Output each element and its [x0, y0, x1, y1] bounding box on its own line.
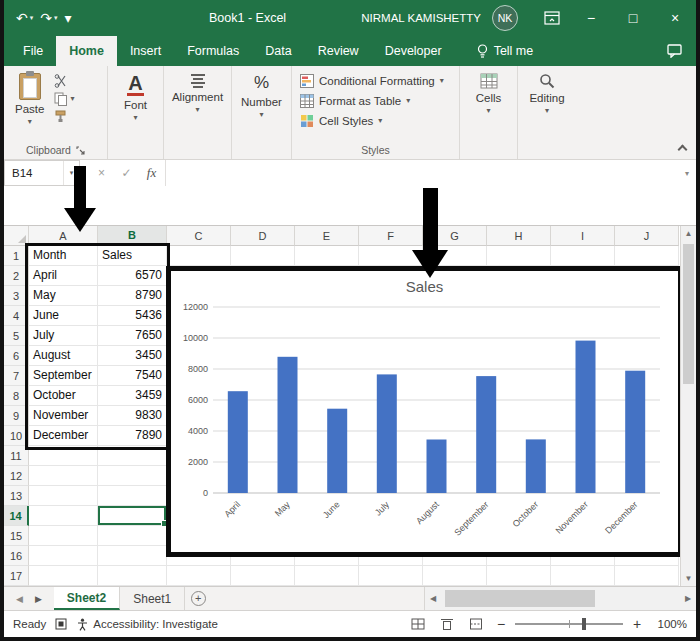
- column-header-E[interactable]: E: [295, 226, 359, 246]
- cell-B11[interactable]: [98, 446, 167, 466]
- dialog-launcher-icon[interactable]: [76, 146, 85, 155]
- cell-I17[interactable]: [551, 566, 615, 586]
- accessibility-status[interactable]: Accessibility: Investigate: [76, 618, 218, 631]
- column-header-H[interactable]: H: [487, 226, 551, 246]
- cell-A2[interactable]: April: [29, 266, 98, 286]
- cell-B5[interactable]: 7650: [98, 326, 167, 346]
- tab-data[interactable]: Data: [252, 36, 304, 66]
- collapse-ribbon-icon[interactable]: [678, 145, 688, 155]
- scroll-down-icon[interactable]: ▼: [685, 574, 693, 583]
- cell-B14[interactable]: [98, 506, 167, 526]
- new-sheet-button[interactable]: +: [185, 587, 211, 610]
- horizontal-scroll-track[interactable]: [441, 587, 680, 610]
- zoom-level[interactable]: 100%: [651, 618, 687, 630]
- cell-D17[interactable]: [231, 566, 295, 586]
- row-header-10[interactable]: 10: [4, 426, 29, 446]
- vertical-scroll-thumb[interactable]: [683, 244, 694, 384]
- cell-A9[interactable]: November: [29, 406, 98, 426]
- cell-B8[interactable]: 3459: [98, 386, 167, 406]
- scroll-up-icon[interactable]: ▲: [685, 229, 693, 238]
- row-header-9[interactable]: 9: [4, 406, 29, 426]
- row-header-8[interactable]: 8: [4, 386, 29, 406]
- zoom-thumb[interactable]: [582, 618, 586, 630]
- scroll-left-icon[interactable]: ◀: [425, 587, 441, 610]
- cell-B4[interactable]: 5436: [98, 306, 167, 326]
- column-header-C[interactable]: C: [167, 226, 231, 246]
- row-header-5[interactable]: 5: [4, 326, 29, 346]
- cell-A6[interactable]: August: [29, 346, 98, 366]
- vertical-scrollbar[interactable]: ▲ ▼: [680, 226, 696, 586]
- cell-D1[interactable]: [231, 246, 295, 266]
- sales-chart-frame[interactable]: Sales 020004000600080001000012000AprilMa…: [166, 266, 683, 557]
- select-all-corner[interactable]: [4, 226, 29, 246]
- prev-sheet-icon[interactable]: ◀: [16, 594, 23, 604]
- enter-icon[interactable]: ✓: [115, 166, 138, 180]
- zoom-out-button[interactable]: −: [494, 616, 508, 632]
- tab-developer[interactable]: Developer: [372, 36, 455, 66]
- cell-B17[interactable]: [98, 566, 167, 586]
- cell-A17[interactable]: [29, 566, 98, 586]
- zoom-in-button[interactable]: +: [630, 616, 644, 632]
- column-header-I[interactable]: I: [551, 226, 615, 246]
- cell-A4[interactable]: June: [29, 306, 98, 326]
- avatar[interactable]: NK: [492, 5, 518, 31]
- cell-I1[interactable]: [551, 246, 615, 266]
- horizontal-scroll-thumb[interactable]: [445, 590, 595, 607]
- row-header-14[interactable]: 14: [4, 506, 29, 526]
- cell-B7[interactable]: 7540: [98, 366, 167, 386]
- cell-A15[interactable]: [29, 526, 98, 546]
- ribbon-display-options-button[interactable]: [534, 0, 570, 36]
- cell-B15[interactable]: [98, 526, 167, 546]
- formula-input[interactable]: [165, 160, 678, 186]
- cell-E1[interactable]: [295, 246, 359, 266]
- cell-C1[interactable]: [167, 246, 231, 266]
- chart-bar[interactable]: [377, 374, 397, 493]
- cell-F17[interactable]: [359, 566, 423, 586]
- row-header-4[interactable]: 4: [4, 306, 29, 326]
- row-header-15[interactable]: 15: [4, 526, 29, 546]
- next-sheet-icon[interactable]: ▶: [35, 594, 42, 604]
- sheet-tab-sheet2[interactable]: Sheet2: [54, 587, 120, 610]
- row-header-17[interactable]: 17: [4, 566, 29, 586]
- cell-A10[interactable]: December: [29, 426, 98, 446]
- cell-C17[interactable]: [167, 566, 231, 586]
- font-button[interactable]: A Font ▾: [111, 68, 160, 122]
- tell-me-button[interactable]: Tell me: [465, 36, 546, 66]
- page-break-view-button[interactable]: [465, 614, 487, 634]
- chart-bar[interactable]: [327, 409, 347, 493]
- cell-B2[interactable]: 6570: [98, 266, 167, 286]
- sheet-tab-sheet1[interactable]: Sheet1: [120, 587, 185, 610]
- cell-B13[interactable]: [98, 486, 167, 506]
- cell-A1[interactable]: Month: [29, 246, 98, 266]
- cell-B1[interactable]: Sales: [98, 246, 167, 266]
- chart-bar[interactable]: [278, 357, 298, 493]
- cell-H1[interactable]: [487, 246, 551, 266]
- row-header-16[interactable]: 16: [4, 546, 29, 566]
- zoom-slider[interactable]: [515, 614, 623, 634]
- tab-formulas[interactable]: Formulas: [174, 36, 252, 66]
- cell-H17[interactable]: [487, 566, 551, 586]
- redo-button[interactable]: ↷▾: [38, 9, 59, 27]
- paste-button[interactable]: Paste ▾: [7, 68, 52, 126]
- minimize-button[interactable]: −: [570, 0, 612, 36]
- tab-review[interactable]: Review: [305, 36, 372, 66]
- row-header-6[interactable]: 6: [4, 346, 29, 366]
- macro-record-icon[interactable]: [55, 618, 67, 630]
- insert-function-button[interactable]: fx: [140, 165, 163, 181]
- cell-A13[interactable]: [29, 486, 98, 506]
- row-header-2[interactable]: 2: [4, 266, 29, 286]
- cell-B16[interactable]: [98, 546, 167, 566]
- tab-home[interactable]: Home: [56, 36, 117, 66]
- chart-bar[interactable]: [427, 440, 447, 494]
- conditional-formatting-button[interactable]: Conditional Formatting ▾: [295, 71, 456, 91]
- customize-qat-button[interactable]: ▾: [63, 9, 74, 27]
- cell-styles-button[interactable]: Cell Styles ▾: [295, 111, 456, 131]
- cell-E17[interactable]: [295, 566, 359, 586]
- copy-button[interactable]: ▾: [54, 92, 74, 106]
- cell-B9[interactable]: 9830: [98, 406, 167, 426]
- alignment-button[interactable]: Alignment ▾: [167, 68, 228, 114]
- row-header-13[interactable]: 13: [4, 486, 29, 506]
- column-header-B[interactable]: B: [98, 226, 167, 246]
- cell-A3[interactable]: May: [29, 286, 98, 306]
- normal-view-button[interactable]: [407, 614, 429, 634]
